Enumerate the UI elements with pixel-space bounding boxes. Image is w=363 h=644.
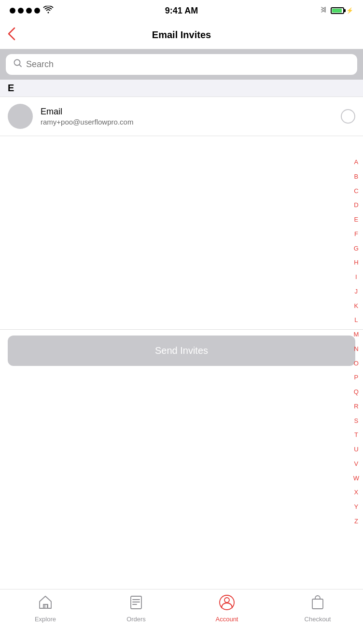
tab-checkout[interactable]: Checkout xyxy=(272,594,363,623)
contact-info: Email ramy+poo@userflowpro.com xyxy=(41,107,341,126)
back-button[interactable] xyxy=(8,27,15,43)
account-icon xyxy=(219,594,235,613)
contact-item-email[interactable]: Email ramy+poo@userflowpro.com xyxy=(0,97,363,136)
alpha-B[interactable]: B xyxy=(354,173,359,180)
alpha-V[interactable]: V xyxy=(354,461,359,467)
wifi-icon xyxy=(43,6,54,16)
orders-icon xyxy=(128,594,144,613)
alpha-U[interactable]: U xyxy=(354,446,358,452)
alpha-T[interactable]: T xyxy=(354,432,358,438)
svg-rect-8 xyxy=(312,599,323,609)
alpha-R[interactable]: R xyxy=(354,403,358,409)
alpha-X[interactable]: X xyxy=(354,489,359,495)
tab-orders[interactable]: Orders xyxy=(91,594,182,623)
alpha-G[interactable]: G xyxy=(354,245,359,252)
alpha-S[interactable]: S xyxy=(354,418,359,424)
contact-email: ramy+poo@userflowpro.com xyxy=(41,118,341,126)
bluetooth-icon xyxy=(320,5,327,16)
content-area: A B C D E F G H I J K L M N O P Q R S T … xyxy=(0,80,363,589)
page-title: Email Invites xyxy=(152,29,211,41)
alpha-index[interactable]: A B C D E F G H I J K L M N O P Q R S T … xyxy=(349,157,363,526)
signal-dot-3 xyxy=(26,8,32,14)
alpha-L[interactable]: L xyxy=(354,317,358,323)
alpha-D[interactable]: D xyxy=(354,202,358,208)
alpha-H[interactable]: H xyxy=(354,259,358,266)
battery-area: ⚡ xyxy=(331,7,353,14)
section-header-E: E xyxy=(0,80,363,97)
svg-rect-1 xyxy=(43,604,47,608)
alpha-A[interactable]: A xyxy=(354,159,359,165)
tab-account[interactable]: Account xyxy=(182,594,272,623)
signal-area xyxy=(10,6,54,16)
home-icon xyxy=(37,594,54,613)
tab-bar: Explore Orders xyxy=(0,589,363,644)
alpha-I[interactable]: I xyxy=(355,274,357,280)
contact-list: E Email ramy+poo@userflowpro.com xyxy=(0,80,363,136)
alpha-K[interactable]: K xyxy=(354,303,359,309)
alpha-N[interactable]: N xyxy=(354,346,358,352)
tab-explore[interactable]: Explore xyxy=(0,594,91,623)
alpha-F[interactable]: F xyxy=(354,231,358,237)
signal-dot-2 xyxy=(18,8,24,14)
battery-icon xyxy=(331,7,344,14)
bolt-icon: ⚡ xyxy=(346,7,353,14)
select-circle[interactable] xyxy=(341,109,355,124)
tab-account-label: Account xyxy=(216,616,238,623)
signal-dot-1 xyxy=(10,8,15,14)
tab-orders-label: Orders xyxy=(126,616,146,623)
alpha-M[interactable]: M xyxy=(353,331,359,337)
contact-name: Email xyxy=(41,107,341,117)
send-invites-button[interactable]: Send Invites xyxy=(8,336,355,366)
alpha-Z[interactable]: Z xyxy=(354,518,358,524)
alpha-W[interactable]: W xyxy=(353,475,359,481)
search-bar xyxy=(6,54,357,75)
search-input[interactable] xyxy=(26,59,349,70)
send-button-container: Send Invites xyxy=(0,329,363,372)
signal-dots xyxy=(10,8,40,14)
svg-point-6 xyxy=(224,598,229,602)
status-bar: 9:41 AM ⚡ xyxy=(0,0,363,21)
status-time: 9:41 AM xyxy=(165,6,198,16)
alpha-P[interactable]: P xyxy=(354,374,359,380)
tab-checkout-label: Checkout xyxy=(305,616,331,623)
alpha-C[interactable]: C xyxy=(354,188,358,194)
svg-rect-2 xyxy=(131,596,141,609)
alpha-E[interactable]: E xyxy=(354,216,359,223)
alpha-Q[interactable]: Q xyxy=(354,389,359,395)
avatar xyxy=(8,104,33,129)
tab-explore-label: Explore xyxy=(35,616,56,623)
checkout-icon xyxy=(309,594,326,613)
search-icon xyxy=(14,59,22,70)
search-container xyxy=(0,49,363,80)
signal-dot-4 xyxy=(34,8,40,14)
alpha-J[interactable]: J xyxy=(355,288,358,294)
empty-list-space xyxy=(0,136,363,329)
battery-fill xyxy=(332,9,342,13)
status-right: ⚡ xyxy=(320,5,353,16)
alpha-Y[interactable]: Y xyxy=(354,504,359,510)
alpha-O[interactable]: O xyxy=(354,360,359,366)
nav-header: Email Invites xyxy=(0,21,363,49)
